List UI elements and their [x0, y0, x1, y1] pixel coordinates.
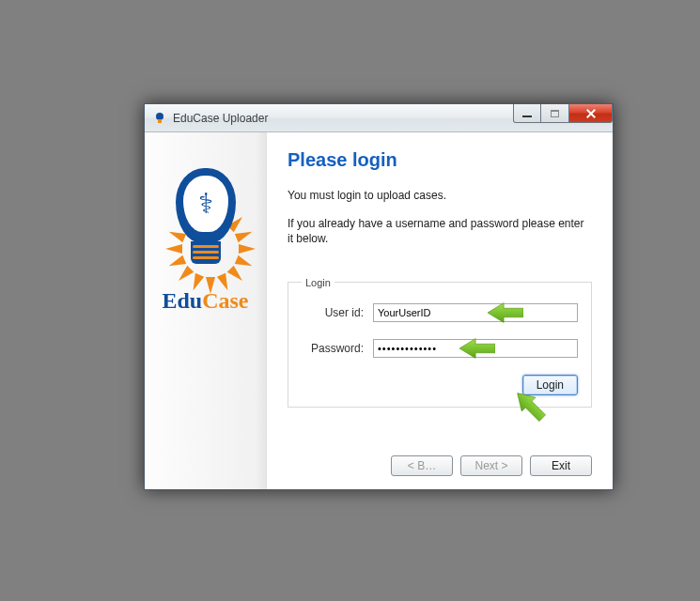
maximize-button[interactable]: [541, 104, 569, 123]
userid-label: User id:: [302, 306, 373, 319]
login-actions: Login: [302, 375, 578, 395]
sidebar: ⚕ EduCase: [145, 132, 267, 489]
window-controls: [513, 104, 613, 123]
login-fieldset: Login User id: Password: Login: [288, 277, 592, 408]
wizard-footer: < B… Next > Exit: [288, 440, 592, 476]
back-button[interactable]: < B…: [391, 455, 453, 476]
close-button[interactable]: [569, 104, 613, 123]
minimize-button[interactable]: [513, 104, 541, 123]
svg-rect-1: [158, 119, 162, 123]
userid-input[interactable]: [373, 303, 578, 322]
app-icon: [152, 111, 167, 126]
app-window: EduCase Uploader ⚕ EduCase Please login: [144, 103, 614, 490]
svg-point-0: [156, 113, 163, 120]
exit-button[interactable]: Exit: [530, 455, 592, 476]
next-button[interactable]: Next >: [460, 455, 522, 476]
password-row: Password:: [302, 339, 578, 358]
login-button[interactable]: Login: [522, 375, 578, 395]
password-input[interactable]: [373, 339, 578, 358]
titlebar[interactable]: EduCase Uploader: [145, 104, 613, 132]
login-legend: Login: [302, 277, 334, 288]
password-label: Password:: [302, 342, 373, 355]
intro-text: You must login to upload cases. If you a…: [288, 188, 592, 260]
window-title: EduCase Uploader: [173, 112, 268, 125]
page-title: Please login: [288, 149, 592, 171]
userid-row: User id:: [302, 303, 578, 322]
logo-icon: ⚕: [163, 155, 249, 275]
main-panel: Please login You must login to upload ca…: [267, 132, 613, 489]
client-area: ⚕ EduCase Please login You must login to…: [145, 132, 613, 489]
